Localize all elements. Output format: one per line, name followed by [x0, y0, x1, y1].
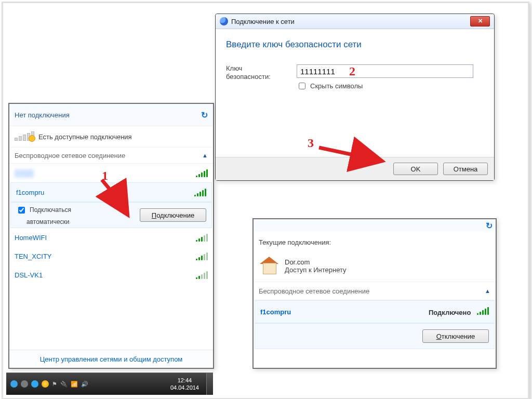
- tray-icon[interactable]: [42, 380, 49, 388]
- flyout-header: ↻: [254, 219, 496, 232]
- dialog-prompt: Введите ключ безопасности сети: [216, 29, 494, 64]
- auto-connect-checkbox[interactable]: [18, 207, 25, 214]
- signal-icon: [196, 252, 208, 260]
- network-flyout: Нет подключения ↻ Есть доступные подключ…: [8, 103, 214, 369]
- dialog-titlebar: Подключение к сети ✕: [216, 14, 494, 29]
- signal-icon: [477, 307, 489, 315]
- auto-connect-label-2: автоматически: [26, 218, 70, 225]
- available-row: Есть доступные подключения: [9, 126, 213, 147]
- network-center-link[interactable]: Центр управления сетями и общим доступом: [9, 350, 213, 368]
- close-icon[interactable]: ✕: [470, 16, 490, 26]
- volume-icon[interactable]: 🔊: [81, 381, 88, 388]
- disconnect-row: Отключение: [255, 323, 495, 349]
- arrow-1: [91, 169, 154, 227]
- tray-icon[interactable]: [21, 380, 28, 388]
- system-tray[interactable]: ⚑ 🔌 📶 🔊: [6, 380, 92, 388]
- signal-icon: [194, 189, 206, 196]
- refresh-icon[interactable]: ↻: [201, 110, 208, 120]
- wireless-section[interactable]: Беспроводное сетевое соединение ▲: [9, 147, 213, 164]
- network-tray-icon[interactable]: 📶: [71, 381, 78, 388]
- network-name: f1compru: [260, 308, 291, 316]
- network-item[interactable]: HomeWIFI: [9, 228, 213, 247]
- flyout-header: Нет подключения ↻: [9, 104, 213, 126]
- network-name: DSL-VK1: [15, 271, 43, 279]
- refresh-icon[interactable]: ↻: [486, 221, 493, 231]
- annotation-2: 2: [349, 64, 355, 78]
- taskbar: ⚑ 🔌 📶 🔊 12:44 04.04.2014: [6, 373, 213, 395]
- key-label: Ключ безопасности:: [226, 64, 288, 91]
- wireless-section[interactable]: Беспроводное сетевое соединение ▲: [254, 282, 496, 300]
- cancel-button[interactable]: Отмена: [443, 163, 488, 175]
- arrow-3: [310, 138, 393, 169]
- available-label: Есть доступные подключения: [38, 133, 132, 141]
- plug-icon[interactable]: 🔌: [60, 381, 68, 388]
- chevron-up-icon: ▲: [202, 152, 208, 158]
- network-name: TEN_XCITY: [15, 252, 52, 260]
- signal-icon: [196, 234, 208, 242]
- tray-icon[interactable]: ⚑: [52, 381, 57, 388]
- auto-connect-label-1: Подключаться: [30, 206, 71, 214]
- network-icon: [220, 17, 228, 25]
- home-icon: [259, 256, 280, 276]
- security-key-input[interactable]: [297, 64, 473, 78]
- ok-button[interactable]: OK: [393, 163, 438, 175]
- connected-network-row[interactable]: f1compru Подключено: [255, 300, 495, 323]
- flyout-title: Нет подключения: [15, 111, 70, 119]
- section-label: Беспроводное сетевое соединение: [15, 152, 125, 159]
- tray-icon[interactable]: [10, 380, 18, 388]
- current-title: Текущие подключения:: [254, 232, 496, 250]
- taskbar-clock[interactable]: 12:44 04.04.2014: [163, 377, 206, 391]
- network-name: ████: [15, 169, 34, 177]
- network-name: f1compru: [16, 189, 44, 196]
- network-item[interactable]: DSL-VK1: [9, 265, 213, 284]
- hide-chars-checkbox[interactable]: [299, 83, 305, 89]
- network-state: Подключено: [429, 309, 471, 316]
- signal-warn-icon: [15, 132, 34, 141]
- section-label: Беспроводное сетевое соединение: [259, 287, 369, 295]
- disconnect-button[interactable]: Отключение: [422, 329, 489, 343]
- dialog-title: Подключение к сети: [231, 18, 295, 25]
- current-domain: Dor.com: [285, 258, 347, 266]
- current-network-row: Dor.com Доступ к Интернету: [254, 250, 496, 282]
- chevron-up-icon: ▲: [485, 288, 490, 294]
- signal-icon: [196, 271, 208, 279]
- clock-time: 12:44: [170, 377, 199, 384]
- signal-icon: [196, 169, 208, 177]
- show-desktop-button[interactable]: [206, 373, 213, 395]
- hide-chars-row[interactable]: Скрыть символы: [297, 81, 473, 91]
- network-item[interactable]: TEN_XCITY: [9, 247, 213, 265]
- current-status: Доступ к Интернету: [285, 266, 347, 274]
- current-connections-flyout: ↻ Текущие подключения: Dor.com Доступ к …: [252, 218, 497, 369]
- network-name: HomeWIFI: [15, 234, 47, 242]
- clock-date: 04.04.2014: [170, 384, 199, 391]
- tray-icon[interactable]: [31, 380, 38, 388]
